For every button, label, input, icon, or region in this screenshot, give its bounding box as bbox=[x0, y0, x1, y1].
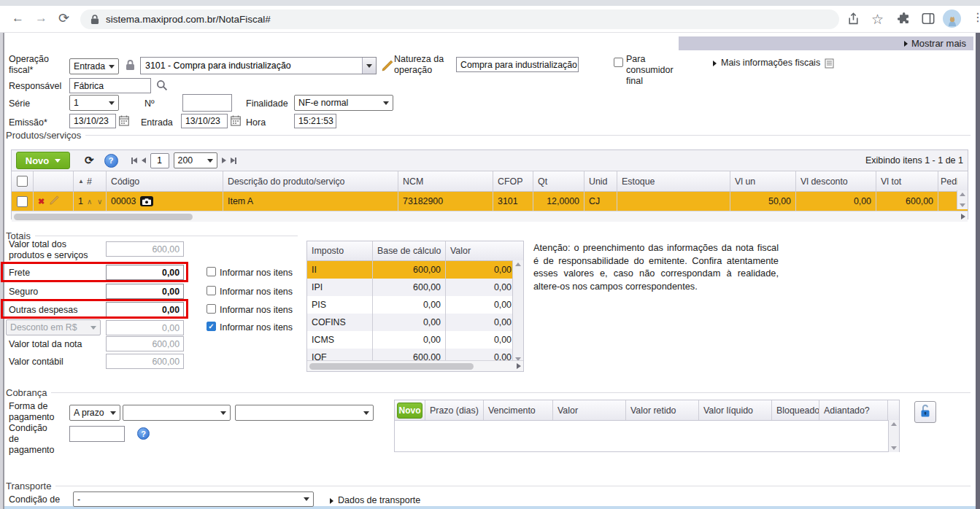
col-pedido[interactable]: Pedi bbox=[938, 171, 957, 191]
finalidade-select[interactable]: NF-e normal bbox=[294, 95, 393, 111]
combobox-dropdown-button[interactable] bbox=[362, 58, 376, 74]
imposto-row-cofins[interactable]: COFINS 0,00 0,00 bbox=[307, 314, 523, 331]
informar-itens-desconto-checkbox[interactable]: ✓ bbox=[207, 322, 216, 331]
page-size-select[interactable]: 200 bbox=[174, 152, 217, 168]
scroll-up-icon[interactable] bbox=[515, 263, 521, 266]
col-cfop[interactable]: CFOP bbox=[493, 171, 533, 191]
share-icon[interactable] bbox=[846, 12, 860, 28]
unlock-parcelas-button[interactable] bbox=[914, 401, 936, 423]
informar-itens-seguro-checkbox[interactable] bbox=[207, 286, 216, 295]
move-up-icon[interactable]: ∧ bbox=[87, 198, 93, 206]
emissao-input[interactable]: 13/10/23 bbox=[69, 114, 116, 128]
extensions-puzzle-icon[interactable] bbox=[898, 12, 910, 28]
col-qt[interactable]: Qt bbox=[533, 171, 584, 191]
produtos-vertical-scrollbar[interactable] bbox=[957, 190, 968, 209]
scroll-up-icon[interactable] bbox=[960, 193, 965, 196]
imposto-row-ii[interactable]: II 600,00 0,00 bbox=[307, 261, 523, 279]
impostos-vertical-scrollbar[interactable] bbox=[512, 260, 523, 363]
desconto-input[interactable]: 0,00 bbox=[106, 320, 184, 335]
reload-icon[interactable]: ⟳ bbox=[58, 10, 69, 26]
scroll-up-icon[interactable] bbox=[891, 422, 897, 426]
col-valor[interactable]: Valor bbox=[446, 241, 512, 260]
informar-itens-outras-checkbox[interactable] bbox=[207, 304, 216, 314]
forward-icon[interactable]: → bbox=[35, 11, 47, 26]
first-page-button[interactable] bbox=[131, 158, 137, 164]
dados-transporte-link[interactable]: Dados de transporte bbox=[330, 495, 420, 506]
last-page-button[interactable] bbox=[231, 158, 236, 164]
col-imposto[interactable]: Imposto bbox=[307, 241, 373, 260]
operacao-cfop-combobox[interactable]: 3101 - Compra para industrialização bbox=[140, 57, 377, 74]
scroll-down-icon[interactable] bbox=[960, 203, 965, 207]
col-vl-desconto[interactable]: Vl desconto bbox=[796, 171, 876, 191]
edit-row-pencil-icon[interactable] bbox=[50, 195, 59, 207]
help-icon[interactable]: ? bbox=[137, 427, 150, 440]
outras-despesas-input[interactable]: 0,00 bbox=[106, 302, 184, 317]
valor-total-nota-input[interactable]: 600,00 bbox=[106, 336, 184, 351]
col-bloqueado[interactable]: Bloqueado bbox=[772, 400, 819, 420]
next-page-button[interactable] bbox=[222, 158, 226, 163]
mais-informacoes-fiscais-link[interactable]: Mais informações fiscais bbox=[713, 58, 834, 69]
col-estoque[interactable]: Estoque bbox=[617, 171, 730, 191]
frete-input[interactable]: 0,00 bbox=[106, 265, 184, 280]
search-icon[interactable] bbox=[156, 79, 168, 94]
col-vencimento[interactable]: Vencimento bbox=[484, 400, 553, 420]
help-icon[interactable]: ? bbox=[104, 154, 118, 168]
col-valor[interactable]: Valor bbox=[553, 400, 626, 420]
natureza-input[interactable]: Compra para industrialização bbox=[456, 57, 579, 72]
col-ncm[interactable]: NCM bbox=[398, 171, 493, 191]
address-bar[interactable]: sistema.maxiprod.com.br/NotaFiscal# bbox=[80, 9, 839, 29]
bookmark-star-icon[interactable]: ☆ bbox=[871, 11, 884, 28]
scrollbar-thumb[interactable] bbox=[14, 214, 193, 220]
seguro-input[interactable]: 0,00 bbox=[106, 284, 184, 299]
col-descricao[interactable]: Descrição do produto/serviço bbox=[223, 171, 398, 191]
parcelas-vertical-scrollbar[interactable] bbox=[888, 420, 899, 452]
col-vl-tot[interactable]: Vl tot bbox=[876, 171, 938, 191]
consumidor-final-checkbox[interactable] bbox=[614, 58, 623, 67]
col-valor-retido[interactable]: Valor retido bbox=[626, 400, 699, 420]
imposto-row-icms[interactable]: ICMS 0,00 0,00 bbox=[307, 331, 523, 349]
valor-total-produtos-input[interactable]: 600,00 bbox=[106, 241, 184, 257]
novo-produto-button[interactable]: Novo bbox=[16, 152, 70, 169]
entrada-input[interactable]: 13/10/23 bbox=[181, 114, 228, 128]
col-num[interactable]: ▲# bbox=[74, 171, 107, 191]
desconto-tipo-select[interactable]: Desconto em R$ bbox=[6, 319, 101, 335]
valor-contabil-input[interactable]: 600,00 bbox=[106, 354, 184, 369]
col-base-calculo[interactable]: Base de cálculo bbox=[373, 241, 446, 260]
imposto-row-ipi[interactable]: IPI 600,00 0,00 bbox=[307, 279, 523, 296]
move-down-icon[interactable]: ∨ bbox=[97, 198, 104, 206]
condicao-pagamento-input[interactable] bbox=[69, 426, 125, 442]
operacao-tipo-select[interactable]: Entrada bbox=[69, 58, 119, 74]
serie-select[interactable]: 1 bbox=[69, 95, 119, 111]
col-valor-liquido[interactable]: Valor líquido bbox=[699, 400, 772, 420]
mostrar-mais-bar[interactable]: Mostrar mais bbox=[679, 36, 973, 50]
previous-page-button[interactable] bbox=[142, 158, 146, 163]
produto-row[interactable]: ✖ 1∧ ∨ 00003 Item A 73182900 3101 12,000… bbox=[12, 192, 968, 211]
produtos-horizontal-scrollbar[interactable] bbox=[12, 211, 968, 222]
back-icon[interactable]: ← bbox=[12, 11, 24, 26]
novo-parcela-button[interactable]: Novo bbox=[397, 403, 423, 419]
refresh-icon[interactable]: ⟳ bbox=[85, 154, 94, 167]
side-panel-icon[interactable] bbox=[922, 13, 935, 27]
row-checkbox[interactable] bbox=[17, 196, 28, 207]
imposto-row-pis[interactable]: PIS 0,00 0,00 bbox=[307, 296, 523, 314]
edit-pencil-icon[interactable] bbox=[382, 60, 393, 74]
col-vl-un[interactable]: Vl un bbox=[730, 171, 796, 191]
col-unid[interactable]: Unid bbox=[584, 171, 617, 191]
scrollbar-thumb[interactable] bbox=[309, 363, 474, 370]
calendar-icon[interactable] bbox=[119, 115, 129, 129]
condicao-frete-select[interactable]: - bbox=[73, 491, 314, 507]
impostos-horizontal-scrollbar[interactable] bbox=[307, 360, 523, 371]
scroll-right-icon[interactable] bbox=[961, 214, 965, 219]
col-codigo[interactable]: Código bbox=[107, 171, 223, 191]
col-adiantado[interactable]: Adiantado? bbox=[819, 400, 888, 420]
forma-pagamento-select-2[interactable] bbox=[123, 405, 231, 421]
camera-photo-icon[interactable] bbox=[140, 196, 153, 206]
select-all-checkbox[interactable] bbox=[17, 176, 28, 187]
scroll-right-icon[interactable] bbox=[517, 363, 521, 369]
responsavel-input[interactable]: Fábrica bbox=[69, 78, 151, 93]
scroll-down-icon[interactable] bbox=[891, 446, 897, 450]
col-prazo[interactable]: Prazo (dias) bbox=[425, 400, 484, 420]
calendar-icon[interactable] bbox=[231, 115, 241, 129]
profile-avatar[interactable] bbox=[943, 9, 961, 28]
informar-itens-frete-checkbox[interactable] bbox=[207, 267, 216, 276]
